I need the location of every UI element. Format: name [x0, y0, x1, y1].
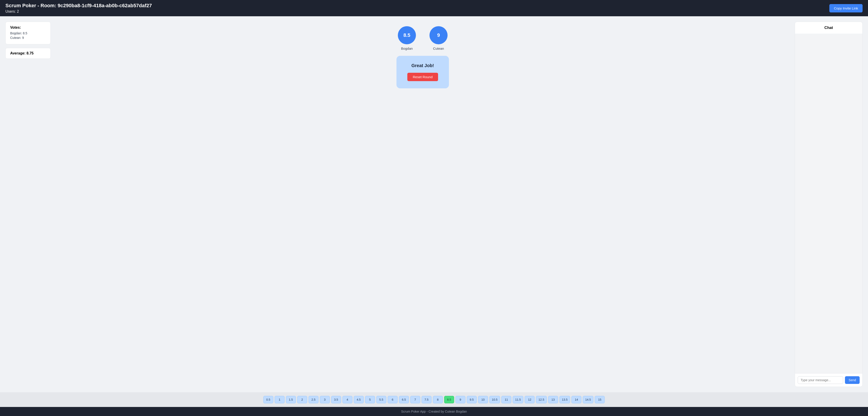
chat-panel: Chat Send	[795, 22, 863, 387]
card-button[interactable]: 14.5	[583, 396, 593, 403]
user-avatar: 8.5	[398, 26, 416, 44]
footer: Scrum Poker App - Created by Cutean Bogd…	[0, 407, 868, 416]
card-button[interactable]: 1.5	[286, 396, 296, 403]
card-button[interactable]: 11.5	[513, 396, 523, 403]
main-content: Votes: Bogdan: 8.5Cutean: 9 Average: 8.7…	[0, 16, 868, 392]
reset-round-button[interactable]: Reset Round	[407, 73, 438, 81]
card-button[interactable]: 9	[456, 396, 465, 403]
card-button[interactable]: 10.5	[489, 396, 500, 403]
user-name: Cutean	[433, 46, 444, 51]
card-button[interactable]: 3.5	[331, 396, 341, 403]
card-button[interactable]: 6	[388, 396, 398, 403]
card-button[interactable]: 1	[275, 396, 285, 403]
card-button[interactable]: 2	[297, 396, 307, 403]
card-button[interactable]: 12	[525, 396, 535, 403]
card-button[interactable]: 15	[595, 396, 604, 403]
card-button[interactable]: 4.5	[354, 396, 364, 403]
chat-send-button[interactable]: Send	[845, 376, 860, 384]
card-button[interactable]: 8	[433, 396, 443, 403]
copy-invite-button[interactable]: Copy Invite Link	[829, 4, 863, 12]
page-title: Scrum Poker - Room: 9c290ba8-1cf9-418a-a…	[5, 3, 152, 8]
card-button[interactable]: 7	[410, 396, 420, 403]
cards-section: 0.511.522.533.544.555.566.577.588.599.51…	[0, 392, 868, 407]
card-button[interactable]: 7.5	[422, 396, 432, 403]
left-panel: Votes: Bogdan: 8.5Cutean: 9 Average: 8.7…	[5, 22, 51, 387]
card-button[interactable]: 12.5	[536, 396, 547, 403]
card-button[interactable]: 4	[342, 396, 352, 403]
vote-item: Bogdan: 8.5	[10, 31, 46, 35]
average-card: Average: 8.75	[5, 48, 51, 59]
center-panel: 8.5Bogdan9Cutean Great Job! Reset Round	[56, 22, 789, 387]
users-count: Users: 2	[5, 9, 152, 13]
votes-card: Votes: Bogdan: 8.5Cutean: 9	[5, 22, 51, 44]
great-job-text: Great Job!	[411, 63, 434, 68]
vote-item: Cutean: 9	[10, 36, 46, 39]
card-button[interactable]: 13.5	[559, 396, 570, 403]
card-button[interactable]: 5	[365, 396, 375, 403]
card-button[interactable]: 8.5	[444, 396, 454, 403]
chat-input[interactable]	[798, 376, 843, 384]
card-button[interactable]: 9.5	[467, 396, 477, 403]
card-button[interactable]: 11	[501, 396, 511, 403]
result-card: Great Job! Reset Round	[397, 56, 449, 88]
card-button[interactable]: 5.5	[376, 396, 386, 403]
card-button[interactable]: 13	[548, 396, 558, 403]
card-button[interactable]: 0.5	[264, 396, 273, 403]
card-button[interactable]: 10	[478, 396, 488, 403]
votes-title: Votes:	[10, 26, 46, 30]
header: Scrum Poker - Room: 9c290ba8-1cf9-418a-a…	[0, 0, 868, 16]
card-button[interactable]: 14	[571, 396, 581, 403]
chat-title: Chat	[795, 22, 862, 34]
card-button[interactable]: 6.5	[399, 396, 409, 403]
user-avatar-group: 9Cutean	[430, 26, 447, 51]
chat-messages	[795, 34, 862, 373]
card-button[interactable]: 2.5	[309, 396, 318, 403]
users-row: 8.5Bogdan9Cutean	[398, 26, 447, 51]
footer-text: Scrum Poker App - Created by Cutean Bogd…	[401, 410, 467, 413]
user-name: Bogdan	[401, 46, 413, 51]
chat-input-row: Send	[795, 373, 862, 387]
user-avatar-group: 8.5Bogdan	[398, 26, 416, 51]
header-titles: Scrum Poker - Room: 9c290ba8-1cf9-418a-a…	[5, 3, 152, 13]
user-avatar: 9	[430, 26, 447, 44]
card-button[interactable]: 3	[320, 396, 330, 403]
vote-items: Bogdan: 8.5Cutean: 9	[10, 31, 46, 39]
